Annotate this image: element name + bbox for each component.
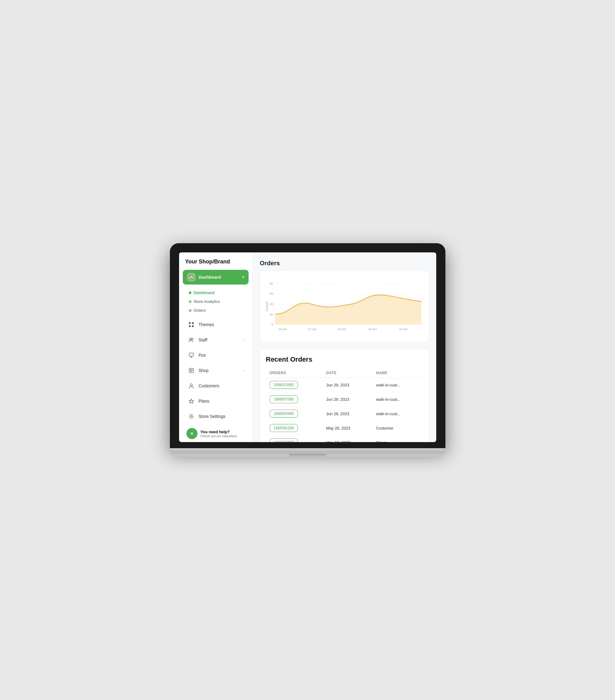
svg-text:20-Jun: 20-Jun bbox=[399, 328, 407, 331]
sidebar: Your Shop/Brand 🏠 Dashboard ▾ Dashboard bbox=[179, 252, 253, 442]
orders-chart-card: 80 60 40 20 0 Amount 16 bbox=[260, 271, 429, 342]
themes-icon bbox=[187, 320, 196, 329]
recent-orders-card: Recent Orders ORDERS DATE NAME 168801399… bbox=[260, 349, 429, 442]
laptop-container: Your Shop/Brand 🏠 Dashboard ▾ Dashboard bbox=[170, 243, 445, 457]
laptop-base bbox=[170, 448, 445, 457]
home-icon: 🏠 bbox=[187, 273, 196, 282]
order-id-button[interactable]: 1688005985 bbox=[270, 410, 298, 417]
dashboard-button-label: Dashboard bbox=[199, 275, 221, 280]
order-customer-name: walk-in-cust... bbox=[372, 392, 422, 407]
shop-label: Shop bbox=[199, 368, 209, 373]
sidebar-item-themes[interactable]: Themes bbox=[183, 317, 249, 332]
orders-chart-svg: 80 60 40 20 0 Amount 16 bbox=[265, 276, 424, 337]
table-row[interactable]: 1688007990Jun 29, 2023walk-in-cust... bbox=[266, 392, 423, 407]
sidebar-item-plans[interactable]: Plans bbox=[183, 394, 249, 409]
chart-area: 80 60 40 20 0 Amount 16 bbox=[265, 276, 424, 337]
col-header-name: NAME bbox=[372, 368, 422, 378]
orders-table: ORDERS DATE NAME 1688013992Jun 29, 2023w… bbox=[266, 368, 423, 442]
sidebar-item-dashboard[interactable]: Dashboard bbox=[183, 288, 249, 297]
main-content: Orders 80 60 40 bbox=[253, 252, 436, 442]
svg-rect-1 bbox=[192, 322, 194, 324]
themes-label: Themes bbox=[199, 322, 214, 327]
sidebar-item-orders[interactable]: Orders bbox=[183, 306, 249, 315]
chart-section-title: Orders bbox=[260, 260, 429, 267]
svg-text:19-Jun: 19-Jun bbox=[368, 328, 377, 331]
col-header-date: DATE bbox=[323, 368, 372, 378]
staff-icon bbox=[187, 336, 196, 344]
inactive-dot-2 bbox=[189, 309, 191, 312]
svg-point-4 bbox=[189, 338, 191, 340]
shop-icon bbox=[187, 366, 196, 375]
col-header-orders: ORDERS bbox=[266, 368, 323, 378]
help-icon: ✕ bbox=[186, 428, 197, 439]
svg-point-8 bbox=[190, 384, 192, 386]
order-id-button[interactable]: 1688007990 bbox=[270, 395, 298, 403]
sidebar-item-pos[interactable]: Pos bbox=[183, 348, 249, 363]
order-id-button[interactable]: 1688013992 bbox=[270, 381, 298, 389]
svg-text:0: 0 bbox=[271, 323, 273, 326]
svg-text:Amount: Amount bbox=[266, 302, 269, 311]
svg-point-9 bbox=[190, 415, 192, 417]
help-section[interactable]: ✕ You need help? Check out our repositor… bbox=[183, 424, 249, 442]
order-customer-name: walk-in-cust... bbox=[372, 378, 422, 392]
inactive-dot bbox=[189, 300, 191, 303]
customers-label: Customers bbox=[199, 383, 220, 388]
sidebar-item-store-settings[interactable]: Store Settings bbox=[183, 409, 249, 424]
staff-label: Staff bbox=[199, 337, 208, 342]
table-row[interactable]: 1685081206May 26, 2023Customer bbox=[266, 421, 423, 435]
table-row[interactable]: 1683972997May 13, 2023Tatum bbox=[266, 435, 423, 442]
pos-label: Pos bbox=[199, 353, 206, 358]
laptop-screen: Your Shop/Brand 🏠 Dashboard ▾ Dashboard bbox=[179, 252, 436, 442]
order-date: Jun 29, 2023 bbox=[323, 407, 372, 421]
chevron-down-icon: ▾ bbox=[243, 275, 244, 279]
order-date: May 26, 2023 bbox=[323, 421, 372, 435]
svg-text:60: 60 bbox=[270, 292, 273, 295]
order-id-button[interactable]: 1683972997 bbox=[270, 438, 298, 442]
plans-label: Plans bbox=[199, 399, 209, 403]
svg-rect-0 bbox=[189, 322, 191, 324]
svg-rect-2 bbox=[189, 325, 191, 327]
order-id-button[interactable]: 1685081206 bbox=[270, 424, 298, 432]
store-settings-label: Store Settings bbox=[199, 414, 225, 419]
sidebar-item-store-analytics[interactable]: Store Analytics bbox=[183, 297, 249, 306]
shop-chevron-icon: › bbox=[243, 368, 244, 372]
screen-bezel: Your Shop/Brand 🏠 Dashboard ▾ Dashboard bbox=[170, 243, 445, 448]
sidebar-item-store-analytics-label: Store Analytics bbox=[194, 299, 220, 304]
svg-text:18-Jun: 18-Jun bbox=[337, 328, 346, 331]
order-customer-name: Tatum bbox=[372, 435, 422, 442]
sidebar-item-orders-label: Orders bbox=[194, 308, 206, 313]
pos-icon bbox=[187, 351, 196, 360]
active-dot bbox=[189, 291, 191, 294]
help-subtitle: Check out our repository bbox=[200, 434, 237, 438]
svg-point-5 bbox=[191, 338, 193, 340]
svg-text:20: 20 bbox=[270, 313, 273, 316]
dashboard-submenu: Dashboard Store Analytics Orders bbox=[183, 287, 249, 317]
table-row[interactable]: 1688013992Jun 29, 2023walk-in-cust... bbox=[266, 378, 423, 392]
dashboard-nav-button[interactable]: 🏠 Dashboard ▾ bbox=[183, 270, 249, 285]
order-date: May 13, 2023 bbox=[323, 435, 372, 442]
table-row[interactable]: 1688005985Jun 29, 2023walk-in-cust... bbox=[266, 407, 423, 421]
svg-text:17-Jun: 17-Jun bbox=[308, 328, 317, 331]
store-settings-icon bbox=[187, 412, 196, 421]
svg-text:80: 80 bbox=[270, 282, 273, 285]
plans-icon bbox=[187, 397, 196, 405]
order-customer-name: walk-in-cust... bbox=[372, 407, 422, 421]
order-date: Jun 29, 2023 bbox=[323, 378, 372, 392]
brand-title: Your Shop/Brand bbox=[183, 259, 249, 265]
order-customer-name: Customer bbox=[372, 421, 422, 435]
customers-icon bbox=[187, 382, 196, 390]
order-date: Jun 29, 2023 bbox=[323, 392, 372, 407]
sidebar-item-customers[interactable]: Customers bbox=[183, 378, 249, 393]
sidebar-item-dashboard-label: Dashboard bbox=[194, 290, 214, 295]
staff-chevron-icon: › bbox=[243, 338, 244, 342]
svg-rect-6 bbox=[189, 353, 194, 356]
svg-rect-3 bbox=[192, 325, 194, 327]
sidebar-item-shop[interactable]: Shop › bbox=[183, 363, 249, 378]
sidebar-item-staff[interactable]: Staff › bbox=[183, 333, 249, 347]
svg-text:40: 40 bbox=[270, 303, 273, 305]
svg-text:16-Jun: 16-Jun bbox=[278, 328, 287, 331]
recent-orders-title: Recent Orders bbox=[266, 355, 423, 363]
help-title: You need help? bbox=[200, 429, 237, 434]
